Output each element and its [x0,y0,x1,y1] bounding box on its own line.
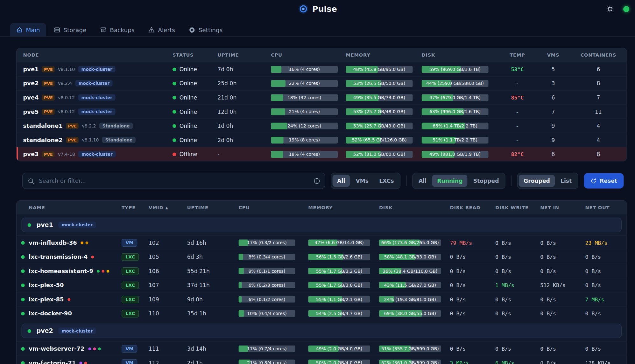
node-row[interactable]: pve4 PVE v8.0.12 mock-cluster Online 21d… [17,90,626,105]
bar-label: 49% (2.0 GB/4.0 GB) [308,346,370,352]
tab-alerts[interactable]: Alerts [142,23,181,37]
guest-uptime: 55d 21h [187,268,239,274]
node-cpu-bar: 16% (4 cores) [271,66,338,73]
node-row[interactable]: pve1 PVE v8.1.10 mock-cluster Online 7d … [17,62,626,76]
guest-type-badge: LXC [122,267,139,275]
guest-row[interactable]: lxc-plex-85 LXC 109 9d 0h 6% (0.1/2 core… [17,292,626,306]
col-disk[interactable]: DISK [379,205,450,210]
filter-option-running[interactable]: Running [432,175,468,187]
node-vms-count: 6 [537,151,569,157]
col-memory[interactable]: MEMORY [346,52,422,58]
col-disk-write[interactable]: DISK WRITE [495,205,540,210]
filter-option-lxcs[interactable]: LXCs [374,175,399,187]
guest-disk-write: 0 B/s [495,311,540,317]
filter-option-list[interactable]: List [556,175,577,187]
guest-disk-write: 0 B/s [495,346,540,352]
filter-option-stopped[interactable]: Stopped [468,175,504,187]
guest-group-header[interactable]: pve2 mock-cluster [21,324,622,338]
node-temp: 53°C [498,66,537,72]
guest-row[interactable]: lxc-homeassistant-9 LXC 106 55d 21h 9% (… [17,264,626,278]
tab-storage[interactable]: Storage [48,23,93,37]
col-net-in[interactable]: NET IN [540,205,585,210]
node-row[interactable]: standalone1 PVE v8.2.2 Standalone Online… [17,119,626,133]
filter-option-all[interactable]: All [332,175,350,187]
theme-toggle-button[interactable] [606,5,614,13]
guest-net-in: 0 B/s [540,311,585,317]
tab-backups[interactable]: Backups [94,23,141,37]
bar-label: 52% (361.0 GB/699.0 GB) [379,360,441,364]
col-type[interactable]: TYPE [122,205,149,210]
view-mode-filter: GroupedList [517,173,578,189]
node-row[interactable]: pve2 PVE v8.2.4 mock-cluster Online 25d … [17,76,626,90]
node-disk-bar: 63% (996.0 GB/1.6 TB) [421,108,488,115]
guest-tag-dots [91,255,94,258]
node-uptime: - [217,151,271,157]
col-disk-read[interactable]: DISK READ [450,205,496,210]
bar-label: 43% (11.5 GB/27.0 GB) [379,282,441,288]
info-icon[interactable] [313,177,320,184]
col-vms[interactable]: VMS [537,52,569,58]
col-status[interactable]: STATUS [173,52,217,58]
bar-label: 9% (0.1/1 cores) [238,268,295,274]
col-temp[interactable]: TEMP [498,52,537,58]
col-memory[interactable]: MEMORY [308,205,379,210]
guest-disk-read: 0 B/s [450,346,496,352]
guest-memory-bar: 50% (2.0 GB/4.0 GB) [308,360,370,364]
guest-net-out: 128 KB/s [585,360,627,364]
pve-badge: PVE [42,66,55,72]
col-containers[interactable]: CONTAINERS [569,52,627,58]
node-disk-bar: 49% (981.0 GB/1.9 TB) [421,151,488,158]
tag-dot [107,270,109,272]
guest-cpu-bar: 17% (0.7/4 cores) [238,346,295,352]
col-cpu[interactable]: CPU [238,205,308,210]
guest-type-badge: LXC [122,281,139,289]
col-disk[interactable]: DISK [421,52,497,58]
guest-row[interactable]: vm-influxdb-36 VM 102 5d 16h 17% (0.3/2 … [17,235,626,250]
tab-label: Backups [110,26,134,33]
filter-option-grouped[interactable]: Grouped [519,175,555,187]
guest-row[interactable]: lxc-docker-90 LXC 110 35d 1h 10% (0.4/4 … [17,306,626,320]
node-disk-bar: 65% (1.4 TB/2.2 TB) [421,122,488,129]
node-containers-count: 6 [569,66,627,72]
guest-type-badge: LXC [122,253,139,261]
guest-type-badge: LXC [122,295,139,303]
node-temp: 82°C [498,151,537,157]
guest-group-header[interactable]: pve1 mock-cluster [21,218,622,232]
guest-row[interactable]: lxc-plex-50 LXC 107 37d 11h 6% (0.2/3 co… [17,278,626,292]
node-temp: - [498,137,537,143]
tag-dot [67,298,70,301]
col-net-out[interactable]: NET OUT [585,205,627,210]
tab-settings[interactable]: Settings [183,23,229,37]
search-input[interactable] [38,177,308,184]
tab-label: Main [26,26,40,33]
col-node[interactable]: NODE [17,52,173,58]
node-disk-bar: 59% (969.0 GB/1.6 TB) [421,66,488,73]
reset-button[interactable]: Reset [584,173,624,189]
bar-label: 44% (259.0 GB/588.0 GB) [421,80,488,87]
bar-label: 65% (1.4 TB/2.2 TB) [421,122,488,129]
filter-option-all[interactable]: All [414,175,432,187]
guest-row[interactable]: vm-webserver-72 VM 111 3d 14h 17% (0.7/4… [17,341,626,356]
bar-label: 69% (38.0 GB/55.0 GB) [379,310,441,317]
node-row[interactable]: pve3 PVE v7.4-18 mock-cluster Offline - … [17,147,626,161]
divider [511,175,512,186]
node-row[interactable]: pve5 PVE v8.0.12 mock-cluster Online 12d… [17,104,626,119]
guest-vmid: 110 [149,310,187,317]
col-name[interactable]: NAME [29,205,121,210]
filter-option-vms[interactable]: VMs [351,175,373,187]
node-name: pve3 [23,151,39,157]
guest-uptime: 3d 14h [187,346,239,352]
tab-main[interactable]: Main [10,23,46,37]
guest-row[interactable]: lxc-transmission-4 LXC 105 6d 3h 8% (0.3… [17,250,626,264]
col-uptime[interactable]: UPTIME [187,205,239,210]
node-status-dot [173,124,176,127]
node-row[interactable]: standalone2 PVE v8.1.10 Standalone Onlin… [17,133,626,147]
col-vmid[interactable]: VMID ▲ [149,205,187,210]
bar-label: 6% (0.2/3 cores) [238,282,295,288]
node-memory-bar: 52% (65.5 GB/126.0 GB) [346,136,413,143]
guest-row[interactable]: vm-factorio-71 VM 112 2d 1h 21% (0.8/4 c… [17,355,626,364]
col-cpu[interactable]: CPU [271,52,346,58]
bar-label: 55% (1.7 GB/3.0 GB) [308,282,370,288]
col-uptime[interactable]: UPTIME [217,52,271,58]
guest-name: lxc-homeassistant-9 [29,268,93,274]
